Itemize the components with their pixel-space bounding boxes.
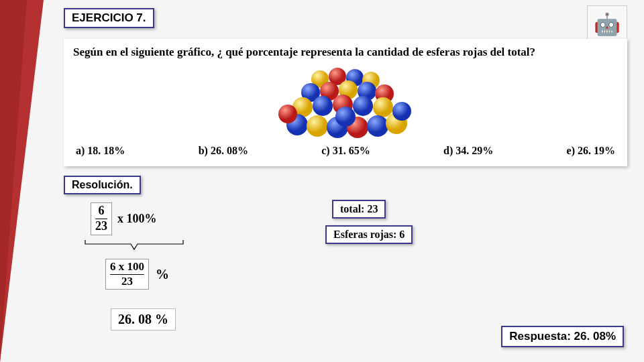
spheres-graphic	[278, 64, 413, 138]
svg-point-13	[373, 97, 393, 117]
question-card: Según en el siguiente gráfico, ¿ qué por…	[64, 39, 627, 166]
svg-point-21	[392, 102, 411, 121]
option-e: e) 26. 19%	[567, 145, 615, 157]
svg-point-22	[335, 107, 356, 127]
answer-box: Respuesta: 26. 08%	[501, 326, 624, 347]
percent-symbol: %	[156, 267, 169, 282]
svg-point-15	[307, 115, 328, 137]
fraction-box-1: 6 23	[91, 202, 112, 235]
resolution-label: Resolución.	[64, 176, 141, 194]
option-a: a) 18. 18%	[76, 145, 125, 157]
svg-point-20	[278, 105, 297, 123]
decorative-stripe	[0, 0, 27, 362]
option-b: b) 26. 08%	[199, 145, 248, 157]
fraction1-denominator: 23	[95, 220, 107, 233]
step-1-fraction: 6 23 x 100%	[91, 202, 157, 235]
step-2-fraction: 6 x 100 23 %	[105, 259, 169, 290]
question-text: Según en el siguiente gráfico, ¿ qué por…	[73, 46, 618, 59]
option-d: d) 34. 29%	[443, 145, 493, 157]
total-count-box: total: 23	[332, 200, 386, 219]
exercise-title: EJERCICIO 7.	[64, 8, 154, 28]
result-value: 26. 08 %	[111, 308, 176, 330]
options-row: a) 18. 18% b) 26. 08% c) 31. 65% d) 34. …	[73, 145, 618, 157]
fraction-box-2: 6 x 100 23	[105, 259, 149, 290]
option-c: c) 31. 65%	[321, 145, 370, 157]
svg-point-12	[353, 96, 373, 116]
slide-content: EJERCICIO 7. Según en el siguiente gráfi…	[64, 8, 631, 350]
red-spheres-box: Esferas rojas: 6	[325, 225, 413, 244]
fraction2-denominator: 23	[121, 276, 133, 288]
times-100-text: x 100%	[117, 212, 157, 226]
fraction2-numerator: 6 x 100	[110, 261, 144, 274]
svg-point-18	[367, 115, 388, 137]
fraction1-numerator: 6	[99, 204, 105, 218]
svg-point-10	[313, 96, 333, 116]
bracket-icon	[84, 239, 184, 252]
